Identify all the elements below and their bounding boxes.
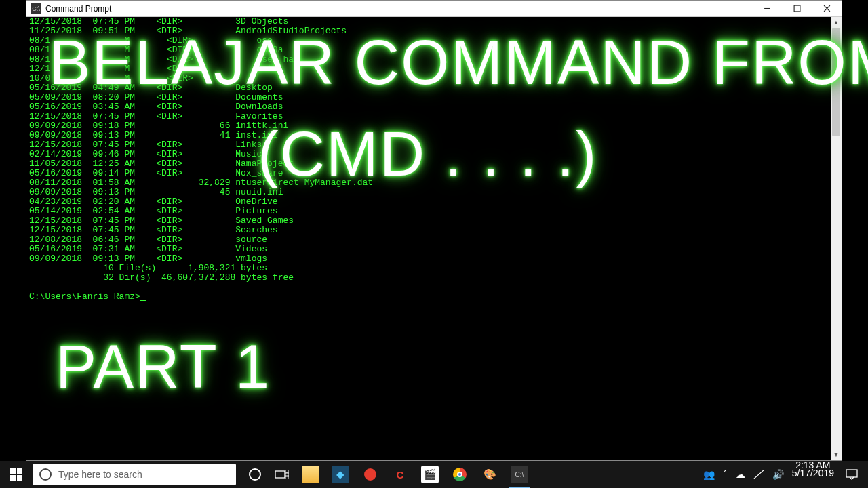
app-cmd-active[interactable]: C:\ [505, 461, 534, 488]
app-record[interactable] [355, 461, 385, 488]
people-icon[interactable]: 👥 [699, 461, 719, 488]
app-icon: ◆ [332, 466, 349, 483]
svg-rect-11 [285, 476, 289, 479]
cursor [140, 300, 146, 301]
clock-date: 5/17/2019 [792, 469, 834, 477]
scroll-down-button[interactable]: ▼ [831, 449, 842, 460]
app-file-explorer[interactable] [296, 461, 326, 488]
svg-rect-10 [285, 473, 289, 476]
search-box[interactable]: Type here to search [33, 464, 236, 485]
svg-rect-5 [17, 468, 22, 474]
taskbar: Type here to search ◆ C 🎬 🎨 C:\ 👥 ˄ ☁ 🔊 … [0, 461, 868, 488]
svg-rect-8 [275, 471, 285, 478]
record-icon [361, 466, 379, 483]
terminal-output[interactable]: 12/15/2018 07:45 PM <DIR> 3D Objects 11/… [26, 17, 831, 460]
app-chrome[interactable] [445, 461, 475, 488]
svg-rect-7 [17, 475, 22, 481]
chrome-icon [451, 466, 469, 483]
scroll-up-button[interactable]: ▲ [831, 17, 842, 28]
titlebar[interactable]: C:\ Command Prompt [26, 1, 842, 17]
clapper-icon: 🎬 [421, 466, 439, 483]
volume-icon[interactable]: 🔊 [768, 461, 788, 488]
prompt-line[interactable]: C:\Users\Fanris Ramz> [29, 292, 828, 302]
close-button[interactable] [812, 1, 842, 16]
app-generic-1[interactable]: ◆ [326, 461, 355, 488]
task-view-button[interactable] [269, 461, 296, 488]
system-tray: 👥 ˄ ☁ 🔊 2:13 AM 5/17/2019 [699, 461, 868, 488]
command-prompt-window: C:\ Command Prompt 12/15/2018 07:45 PM <… [26, 0, 842, 461]
svg-rect-9 [285, 470, 289, 472]
clock[interactable]: 2:13 AM 5/17/2019 [788, 461, 838, 488]
minimize-button[interactable] [752, 1, 782, 16]
tray-expand-icon[interactable]: ˄ [719, 461, 732, 488]
app-movies[interactable]: 🎬 [415, 461, 445, 488]
folder-icon [302, 466, 319, 483]
scroll-thumb[interactable] [832, 28, 840, 136]
window-title: Command Prompt [45, 4, 752, 14]
scrollbar[interactable]: ▲ ▼ [831, 17, 842, 460]
action-center-button[interactable] [838, 461, 865, 488]
start-button[interactable] [0, 461, 33, 488]
svg-rect-12 [846, 470, 857, 477]
svg-rect-6 [10, 475, 16, 481]
app-ccleaner[interactable]: C [385, 461, 415, 488]
onedrive-icon[interactable]: ☁ [732, 461, 749, 488]
svg-rect-1 [794, 5, 800, 12]
cmd-icon: C:\ [31, 3, 41, 14]
search-icon [39, 468, 52, 481]
svg-rect-4 [10, 468, 16, 474]
search-placeholder: Type here to search [58, 469, 142, 480]
ccleaner-icon: C [391, 466, 409, 483]
app-paint[interactable]: 🎨 [475, 461, 505, 488]
network-icon[interactable] [749, 461, 768, 488]
cortana-icon [249, 468, 261, 481]
maximize-button[interactable] [782, 1, 812, 16]
cmd-taskbar-icon: C:\ [511, 466, 528, 483]
cortana-button[interactable] [241, 461, 269, 488]
palette-icon: 🎨 [481, 466, 498, 483]
